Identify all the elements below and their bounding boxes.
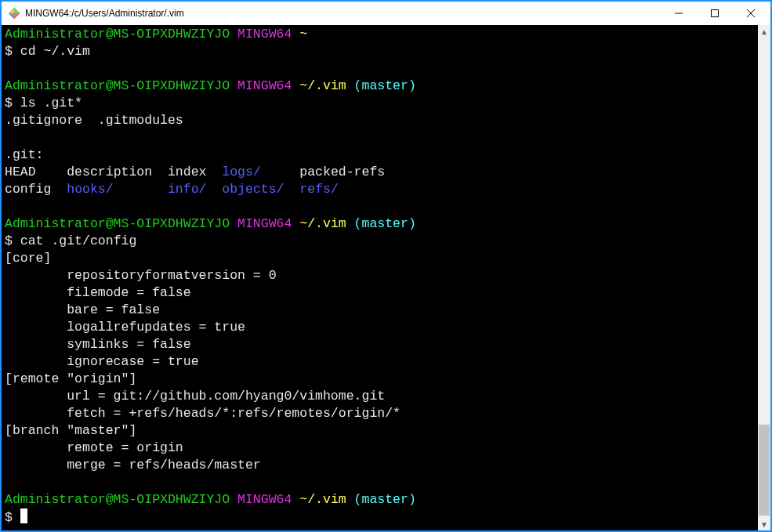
prompt-shell: MINGW64 bbox=[237, 492, 292, 507]
ls-item-dir: objects/ bbox=[222, 182, 284, 197]
prompt-userhost: Administrator@MS-OIPXDHWZIYJO bbox=[5, 27, 230, 42]
ls-item: index bbox=[168, 165, 207, 179]
ls-item-dir: logs/ bbox=[222, 165, 261, 179]
prompt-branch: (master) bbox=[354, 78, 416, 93]
ls-output: .gitignore bbox=[5, 113, 82, 128]
cat-output: merge = refs/heads/master bbox=[5, 458, 261, 472]
cat-output: symlinks = false bbox=[5, 337, 191, 352]
prompt-path: ~/.vim bbox=[299, 216, 346, 231]
cat-output: bare = false bbox=[5, 302, 160, 317]
command-cat: cat .git/config bbox=[20, 233, 137, 248]
terminal[interactable]: Administrator@MS-OIPXDHWZIYJO MINGW64 ~ … bbox=[2, 25, 758, 530]
cat-output: ignorecase = true bbox=[5, 354, 199, 369]
prompt-sigil: $ bbox=[5, 44, 13, 59]
vertical-scrollbar[interactable]: ▲ ▼ bbox=[758, 25, 770, 530]
ls-output: .gitmodules bbox=[98, 113, 183, 128]
ls-item: config bbox=[5, 182, 51, 197]
svg-marker-2 bbox=[14, 13, 20, 19]
prompt-sigil: $ bbox=[5, 233, 13, 248]
cat-output: [branch "master"] bbox=[5, 423, 136, 438]
prompt-sigil: $ bbox=[5, 96, 13, 110]
prompt-userhost: Administrator@MS-OIPXDHWZIYJO bbox=[5, 492, 230, 507]
scroll-down-arrow[interactable]: ▼ bbox=[758, 518, 770, 530]
prompt-sigil: $ bbox=[5, 510, 13, 525]
prompt-shell: MINGW64 bbox=[237, 78, 292, 93]
svg-rect-6 bbox=[712, 10, 719, 17]
ls-item: packed-refs bbox=[299, 165, 385, 179]
prompt-branch: (master) bbox=[354, 216, 416, 231]
terminal-wrap: Administrator@MS-OIPXDHWZIYJO MINGW64 ~ … bbox=[2, 25, 770, 530]
prompt-path: ~/.vim bbox=[299, 78, 346, 93]
scroll-thumb[interactable] bbox=[759, 425, 770, 516]
prompt-path: ~ bbox=[299, 27, 307, 42]
cat-output: logallrefupdates = true bbox=[5, 320, 245, 335]
window-title: MINGW64:/c/Users/Administrator/.vim bbox=[25, 8, 661, 19]
minimize-button[interactable] bbox=[661, 2, 697, 24]
svg-marker-4 bbox=[9, 8, 14, 13]
cat-output: [core] bbox=[5, 251, 51, 266]
window-frame: MINGW64:/c/Users/Administrator/.vim Admi… bbox=[0, 0, 772, 532]
ls-item-dir: hooks/ bbox=[67, 182, 113, 197]
cat-output: fetch = +refs/heads/*:refs/remotes/origi… bbox=[5, 406, 400, 421]
maximize-button[interactable] bbox=[697, 2, 733, 24]
cat-output: remote = origin bbox=[5, 440, 183, 455]
ls-item: HEAD bbox=[5, 165, 36, 179]
title-bar[interactable]: MINGW64:/c/Users/Administrator/.vim bbox=[2, 2, 770, 25]
cat-output: filemode = false bbox=[5, 285, 191, 300]
ls-dir-header: .git: bbox=[5, 147, 44, 162]
ls-item-dir: refs/ bbox=[299, 182, 339, 197]
cat-output: [remote "origin"] bbox=[5, 371, 136, 386]
ls-item: description bbox=[67, 165, 152, 179]
command-ls: ls .git* bbox=[20, 96, 82, 110]
prompt-userhost: Administrator@MS-OIPXDHWZIYJO bbox=[5, 216, 230, 231]
prompt-shell: MINGW64 bbox=[237, 27, 292, 42]
prompt-path: ~/.vim bbox=[299, 492, 346, 507]
cat-output: repositoryformatversion = 0 bbox=[5, 268, 277, 283]
close-button[interactable] bbox=[733, 2, 769, 24]
command-cd: cd ~/.vim bbox=[20, 44, 90, 59]
prompt-userhost: Administrator@MS-OIPXDHWZIYJO bbox=[5, 78, 230, 93]
cat-output: url = git://github.com/hyang0/vimhome.gi… bbox=[5, 389, 385, 404]
app-icon bbox=[8, 7, 20, 20]
ls-item-dir: info/ bbox=[168, 182, 207, 197]
cursor bbox=[20, 508, 27, 523]
prompt-shell: MINGW64 bbox=[237, 216, 292, 231]
svg-marker-3 bbox=[9, 13, 14, 19]
window-controls bbox=[661, 2, 769, 24]
prompt-branch: (master) bbox=[354, 492, 416, 507]
scroll-up-arrow[interactable]: ▲ bbox=[758, 25, 770, 38]
